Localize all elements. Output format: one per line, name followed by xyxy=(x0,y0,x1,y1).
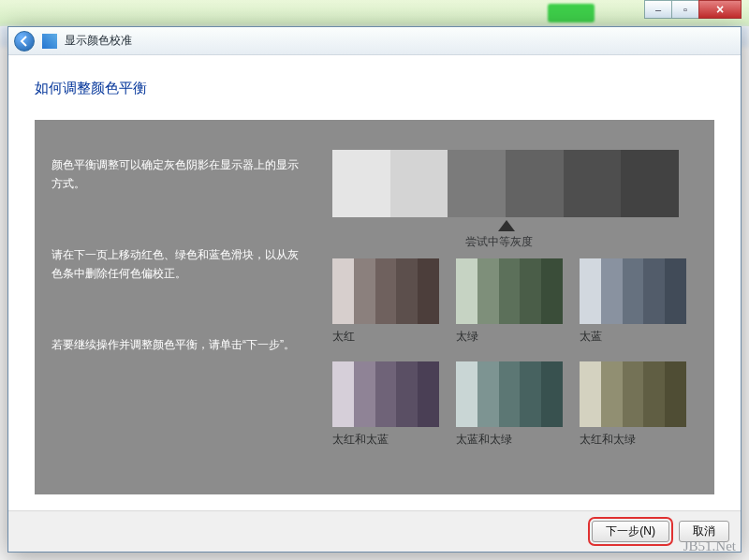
color-cast-swatches: 太红太绿太蓝 太红和太蓝太蓝和太绿太红和太绿 xyxy=(332,258,688,448)
swatch-step xyxy=(541,361,563,427)
page-title: 如何调整颜色平衡 xyxy=(35,80,714,97)
swatch-step xyxy=(665,361,686,427)
gray-step xyxy=(448,150,506,217)
neutral-gray-gradient xyxy=(332,150,679,217)
dialog-titlebar: 显示颜色校准 xyxy=(8,27,741,55)
swatch-step xyxy=(477,258,499,324)
swatch-step xyxy=(643,258,665,324)
app-icon xyxy=(42,34,57,49)
swatch-label: 太绿 xyxy=(456,329,563,345)
back-button[interactable] xyxy=(14,31,35,52)
swatch-step xyxy=(418,258,439,324)
swatch: 太蓝 xyxy=(580,258,686,345)
gray-step xyxy=(332,150,390,217)
color-calibration-dialog: 显示颜色校准 如何调整颜色平衡 颜色平衡调整可以确定灰色阴影在显示器上的显示方式… xyxy=(7,26,742,553)
close-button[interactable]: × xyxy=(698,0,742,19)
swatch-step xyxy=(396,361,418,427)
swatch-step xyxy=(623,258,644,324)
description-1: 颜色平衡调整可以确定灰色阴影在显示器上的显示方式。 xyxy=(51,155,304,194)
swatch-label: 太蓝 xyxy=(580,329,686,345)
swatch: 太蓝和太绿 xyxy=(456,361,563,448)
maximize-button[interactable]: ▫ xyxy=(671,0,699,19)
content-panel: 颜色平衡调整可以确定灰色阴影在显示器上的显示方式。 请在下一页上移动红色、绿色和… xyxy=(35,120,714,494)
gray-step xyxy=(564,150,622,217)
swatch-step xyxy=(541,258,563,324)
swatch-step xyxy=(332,361,354,427)
swatch: 太红和太蓝 xyxy=(332,361,439,448)
swatch-step xyxy=(456,258,477,324)
swatch-step xyxy=(580,258,601,324)
swatch-step xyxy=(499,361,521,427)
dialog-body: 如何调整颜色平衡 颜色平衡调整可以确定灰色阴影在显示器上的显示方式。 请在下一页… xyxy=(8,55,741,510)
swatch-step xyxy=(354,258,375,324)
swatch-step xyxy=(375,361,397,427)
swatch-step xyxy=(601,361,623,427)
watermark: JB51.Net xyxy=(683,538,736,554)
swatch: 太红和太绿 xyxy=(580,361,686,448)
dialog-footer: 下一步(N) 取消 xyxy=(8,510,741,552)
swatch-step xyxy=(623,361,644,427)
swatch-step xyxy=(375,258,397,324)
next-button[interactable]: 下一步(N) xyxy=(592,521,669,542)
swatch-step xyxy=(396,258,418,324)
minimize-button[interactable]: – xyxy=(644,0,672,19)
swatch: 太绿 xyxy=(456,258,563,345)
swatch-step xyxy=(354,361,375,427)
gray-step xyxy=(621,150,679,217)
swatch-step xyxy=(580,361,601,427)
swatch-step xyxy=(332,258,354,324)
swatch-label: 太红和太蓝 xyxy=(332,432,439,448)
gray-pointer-icon xyxy=(498,220,515,231)
swatch-step xyxy=(520,361,541,427)
swatch-step xyxy=(520,258,541,324)
dialog-title: 显示颜色校准 xyxy=(65,33,132,49)
swatch-label: 太红和太绿 xyxy=(580,432,686,448)
swatch-step xyxy=(643,361,665,427)
swatch-step xyxy=(499,258,521,324)
swatch-step xyxy=(477,361,499,427)
gray-pointer-label: 尝试中等灰度 xyxy=(465,234,533,250)
swatch-label: 太蓝和太绿 xyxy=(456,432,563,448)
description-3: 若要继续操作并调整颜色平衡，请单击“下一步”。 xyxy=(51,335,304,354)
swatch-label: 太红 xyxy=(332,329,439,345)
gray-step xyxy=(506,150,564,217)
swatch-step xyxy=(601,258,623,324)
swatch-step xyxy=(456,361,477,427)
description-2: 请在下一页上移动红色、绿色和蓝色滑块，以从灰色条中删除任何色偏校正。 xyxy=(51,245,304,284)
swatch-step xyxy=(418,361,439,427)
swatch: 太红 xyxy=(332,258,439,345)
swatch-step xyxy=(665,258,686,324)
gray-step xyxy=(390,150,448,217)
browser-window-controls: – ▫ × xyxy=(644,0,742,19)
